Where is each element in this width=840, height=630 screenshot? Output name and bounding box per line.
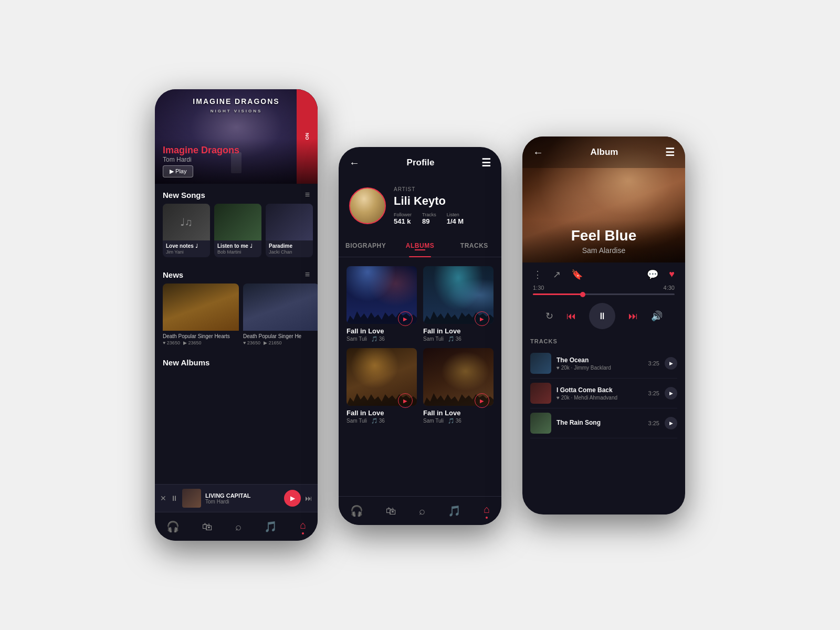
like-icon[interactable]: ♥ (669, 269, 675, 280)
track-thumb-3 (530, 413, 551, 434)
album-card-1[interactable]: ▶ Fall in Love Sam Tuli 🎵 36 (346, 266, 417, 342)
nav-shop[interactable]: 🛍 (202, 521, 213, 533)
album-play-2[interactable]: ▶ (475, 311, 489, 326)
progress-dot (580, 292, 585, 297)
share-icon[interactable]: ↗ (553, 269, 561, 280)
song-name-3: Paradime (269, 243, 310, 249)
album-play-4[interactable]: ▶ (475, 393, 489, 408)
main-controls: ↻ ⏮ ⏸ ⏭ 🔊 (522, 300, 685, 335)
album-name-4: Fall in Love (423, 409, 494, 417)
news-header: News ≡ (155, 264, 318, 284)
player-track-title: LIVING CAPITAL (205, 492, 280, 499)
news-menu-icon[interactable]: ≡ (305, 270, 310, 279)
track-play-3[interactable]: ▶ (665, 417, 677, 429)
album-card-4[interactable]: ▶ Fall in Love Sam Tuli 🎵 36 (423, 348, 494, 424)
p-home-icon: ⌂ (484, 503, 490, 516)
stat-listen: Listen 1/4 M (447, 212, 464, 225)
tab-biography[interactable]: BIOGRAPHY (339, 236, 393, 257)
now-playing-title: Feel Blue (533, 227, 675, 244)
rewind-button[interactable]: ⏮ (566, 311, 576, 322)
track-duration-2: 3:25 (648, 390, 659, 396)
artist-label: ARTIST (394, 186, 491, 192)
p-shop-icon: 🛍 (386, 505, 396, 517)
play-button[interactable]: ▶ Play (163, 165, 193, 177)
p-nav-home[interactable]: ⌂ (484, 503, 490, 519)
profile-title: Profile (407, 158, 435, 168)
comment-icon[interactable]: 💬 (647, 269, 658, 280)
album-card-3[interactable]: ▶ Fall in Love Sam Tuli 🎵 36 (346, 348, 417, 424)
artist-stats: Follower 541 k Tracks 89 Listen 1/4 M (394, 212, 491, 225)
tracks-section-title: TRACKS (530, 338, 677, 344)
nav-search[interactable]: ⌕ (235, 521, 242, 533)
track-play-2[interactable]: ▶ (665, 387, 677, 400)
player-next-button[interactable]: ⏭ (305, 494, 312, 502)
album-play-3[interactable]: ▶ (398, 393, 413, 408)
tab-albums[interactable]: ALBUMS (393, 236, 447, 257)
menu-button[interactable]: ☰ (481, 156, 491, 169)
news-label-2: Death Popular Singer He (243, 331, 318, 340)
new-albums-title: New Albums (163, 358, 209, 367)
song-artist-3: Jacki Chan (269, 249, 310, 255)
tab-tracks[interactable]: TRACKS (447, 236, 501, 257)
artist-name: Lili Keyto (394, 194, 491, 208)
follower-value: 541 k (394, 217, 412, 225)
shop-icon: 🛍 (202, 521, 213, 533)
more-options-icon[interactable]: ⋮ (533, 269, 542, 280)
volume-button[interactable]: 🔊 (651, 310, 663, 322)
song-card-1[interactable]: Love notes ♩ Jim Yani (163, 204, 210, 257)
track-name-3: The Rain Song (556, 419, 643, 426)
home-icon: ⌂ (300, 519, 306, 531)
album-hero-overlay: Feel Blue Sam Alardise (522, 219, 685, 262)
songs-menu-icon[interactable]: ≡ (305, 190, 310, 200)
track-item-1[interactable]: The Ocean ♥ 20k · Jimmy Backlard 3:25 ▶ (530, 349, 677, 379)
track-duration-3: 3:25 (648, 420, 659, 426)
track-item-3[interactable]: The Rain Song 3:25 ▶ (530, 408, 677, 438)
track-thumb-1 (530, 353, 551, 374)
p-nav-shop[interactable]: 🛍 (386, 505, 396, 517)
repeat-button[interactable]: ↻ (545, 310, 553, 322)
news-card-1[interactable]: Death Popular Singer Hearts ♥ 23650 ▶ 23… (163, 284, 239, 345)
p-headphone-icon: 🎧 (350, 505, 363, 517)
new-songs-title: New Songs (163, 191, 205, 200)
phone-album: ← Album ☰ Feel Blue Sam Alardise ⋮ ↗ 🔖 💬… (522, 136, 685, 514)
p-nav-music[interactable]: 🎵 (448, 505, 461, 517)
progress-track[interactable] (533, 293, 675, 295)
p-nav-headphone[interactable]: 🎧 (350, 505, 363, 517)
player-info: LIVING CAPITAL Tom Hardi (205, 492, 280, 505)
back-button[interactable]: ← (349, 157, 360, 169)
album-tracks-1: 🎵 36 (371, 336, 385, 342)
news-card-2[interactable]: Death Popular Singer He ♥ 23650 ▶ 21650 (243, 284, 318, 345)
p-music-icon: 🎵 (448, 505, 461, 517)
player-pause-button[interactable]: ⏸ (171, 494, 178, 502)
player-close-button[interactable]: ✕ (160, 494, 166, 502)
song-card-3[interactable]: Paradime Jacki Chan (266, 204, 313, 257)
forward-button[interactable]: ⏭ (628, 311, 638, 322)
album-play-1[interactable]: ▶ (398, 311, 413, 326)
news-likes-2: ♥ 23650 (243, 340, 260, 345)
album-tracks-2: 🎵 36 (448, 336, 461, 342)
album-name-3: Fall in Love (346, 409, 417, 417)
song-thumb-2 (214, 204, 261, 240)
hero-artist: Imagine Dragons (163, 145, 310, 156)
song-name-1: Love notes ♩ (166, 243, 207, 249)
track-name-1: The Ocean (556, 356, 643, 364)
music-icon: 🎵 (264, 520, 277, 533)
tracks-value: 89 (422, 217, 436, 225)
album-card-2[interactable]: ▶ Fall in Love Sam Tuli 🎵 36 (423, 266, 494, 342)
track-item-2[interactable]: I Gotta Come Back ♥ 20k · Mehdi Ahmadvan… (530, 379, 677, 408)
nav-home[interactable]: ⌂ (300, 519, 306, 534)
nav-music[interactable]: 🎵 (264, 520, 277, 533)
p-nav-search[interactable]: ⌕ (419, 505, 425, 517)
nav-headphone[interactable]: 🎧 (166, 520, 180, 533)
headphone-icon: 🎧 (166, 520, 180, 533)
track-play-1[interactable]: ▶ (665, 357, 677, 370)
now-playing-artist: Sam Alardise (533, 246, 675, 255)
pause-button[interactable]: ⏸ (589, 303, 615, 329)
bookmark-icon[interactable]: 🔖 (571, 269, 583, 280)
album-menu-button[interactable]: ☰ (665, 146, 675, 159)
album-back-button[interactable]: ← (533, 146, 543, 159)
player-thumbnail (182, 489, 201, 508)
album-artist-4: Sam Tuli 🎵 36 (423, 418, 494, 424)
player-play-button[interactable]: ▶ (284, 490, 301, 507)
song-card-2[interactable]: Listen to me ♩ Bob Martini (214, 204, 261, 257)
